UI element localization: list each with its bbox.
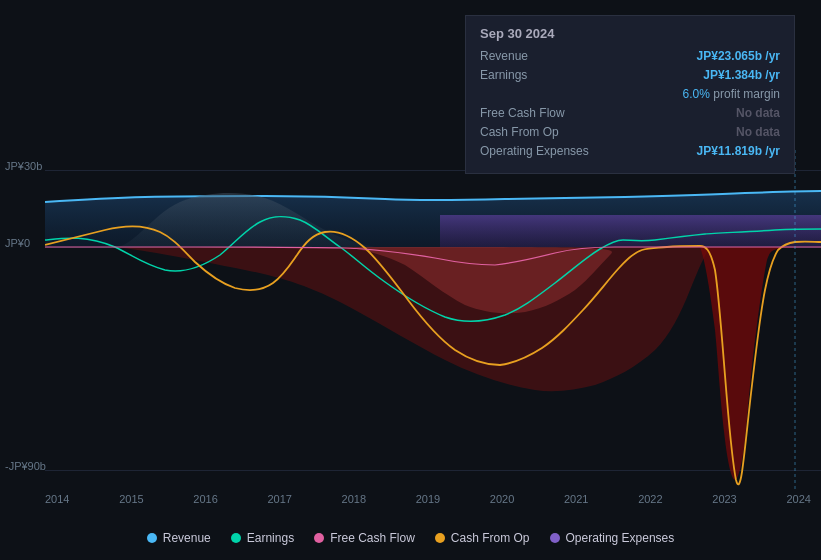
legend-item-earnings[interactable]: Earnings [231,531,294,545]
legend-dot-opex [550,533,560,543]
x-label-2019: 2019 [416,493,440,505]
legend-label-cashop: Cash From Op [451,531,530,545]
legend-dot-earnings [231,533,241,543]
legend-dot-cashop [435,533,445,543]
chart-svg [45,150,821,490]
y-label-mid: JP¥0 [5,237,30,249]
x-label-2017: 2017 [267,493,291,505]
legend-item-revenue[interactable]: Revenue [147,531,211,545]
x-label-2015: 2015 [119,493,143,505]
deep-neg-area [700,247,821,480]
tooltip-label-opex: Operating Expenses [480,144,600,158]
tooltip-row-revenue: Revenue JP¥23.065b /yr [480,49,780,63]
legend-item-cashop[interactable]: Cash From Op [435,531,530,545]
chart-container: Sep 30 2024 Revenue JP¥23.065b /yr Earni… [0,0,821,560]
tooltip-value-fcf: No data [736,106,780,120]
tooltip-value-margin: 6.0% profit margin [683,87,780,101]
tooltip-value-revenue: JP¥23.065b /yr [697,49,780,63]
tooltip-row-cashop: Cash From Op No data [480,125,780,139]
x-label-2022: 2022 [638,493,662,505]
legend-label-fcf: Free Cash Flow [330,531,415,545]
y-label-top: JP¥30b [5,160,42,172]
tooltip-row-earnings: Earnings JP¥1.384b /yr [480,68,780,82]
x-label-2020: 2020 [490,493,514,505]
tooltip-label-fcf: Free Cash Flow [480,106,600,120]
x-label-2014: 2014 [45,493,69,505]
y-label-bot: -JP¥90b [5,460,46,472]
x-label-2016: 2016 [193,493,217,505]
tooltip-title: Sep 30 2024 [480,26,780,41]
tooltip-row-opex: Operating Expenses JP¥11.819b /yr [480,144,780,158]
legend: Revenue Earnings Free Cash Flow Cash Fro… [0,531,821,545]
tooltip-value-opex: JP¥11.819b /yr [697,144,780,158]
tooltip-box: Sep 30 2024 Revenue JP¥23.065b /yr Earni… [465,15,795,174]
tooltip-label-earnings: Earnings [480,68,600,82]
x-label-2024: 2024 [786,493,810,505]
legend-label-earnings: Earnings [247,531,294,545]
x-axis: 2014 2015 2016 2017 2018 2019 2020 2021 … [45,493,811,505]
legend-dot-fcf [314,533,324,543]
legend-label-revenue: Revenue [163,531,211,545]
legend-label-opex: Operating Expenses [566,531,675,545]
tooltip-row-fcf: Free Cash Flow No data [480,106,780,120]
legend-item-opex[interactable]: Operating Expenses [550,531,675,545]
legend-item-fcf[interactable]: Free Cash Flow [314,531,415,545]
legend-dot-revenue [147,533,157,543]
tooltip-value-cashop: No data [736,125,780,139]
tooltip-label-revenue: Revenue [480,49,600,63]
x-label-2023: 2023 [712,493,736,505]
x-label-2018: 2018 [342,493,366,505]
tooltip-label-cashop: Cash From Op [480,125,600,139]
tooltip-value-earnings: JP¥1.384b /yr [703,68,780,82]
x-label-2021: 2021 [564,493,588,505]
tooltip-row-margin: 6.0% profit margin [480,87,780,101]
